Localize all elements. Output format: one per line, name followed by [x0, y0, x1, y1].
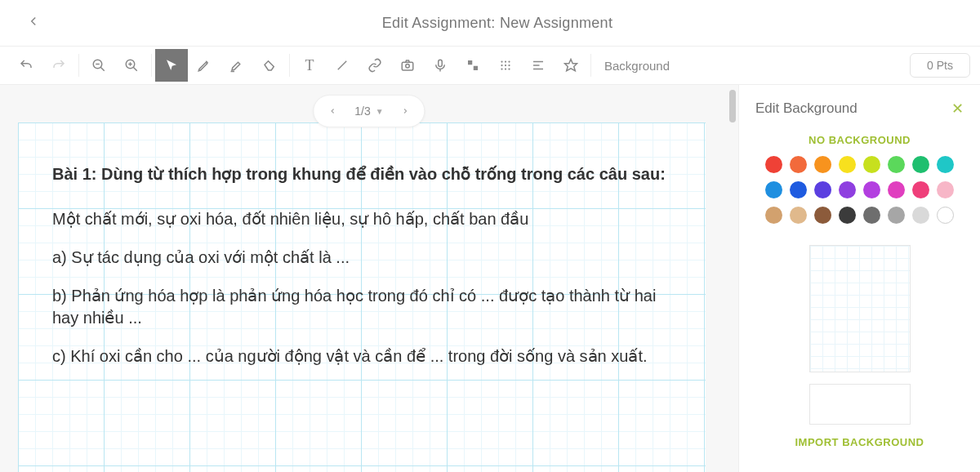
color-swatch[interactable]	[765, 207, 782, 224]
star-tool-button[interactable]	[555, 49, 587, 82]
pointer-tool-button[interactable]	[155, 49, 188, 82]
separator	[590, 54, 591, 77]
color-swatch[interactable]	[912, 156, 929, 173]
svg-marker-26	[565, 60, 577, 71]
page-title: Edit Assignment: New Assignment	[67, 15, 928, 32]
color-swatch[interactable]	[814, 181, 831, 198]
background-thumbnails	[755, 245, 964, 425]
pen-tool-button[interactable]	[188, 49, 220, 82]
color-swatch[interactable]	[912, 207, 929, 224]
scrollbar-thumb[interactable]	[729, 90, 736, 122]
color-swatch[interactable]	[790, 181, 807, 198]
pager-next-button[interactable]	[392, 105, 420, 118]
content-line: a) Sự tác dụng của oxi với một chất là .…	[52, 247, 671, 269]
mic-tool-button[interactable]	[424, 49, 457, 82]
points-display[interactable]: 0 Pts	[910, 53, 970, 78]
svg-rect-8	[402, 62, 413, 70]
sidebar-title: Edit Background	[755, 100, 858, 117]
content-heading: Bài 1: Dùng từ thích hợp trong khung để …	[52, 163, 671, 185]
close-sidebar-button[interactable]: ✕	[951, 100, 964, 118]
color-swatch[interactable]	[888, 181, 905, 198]
link-tool-button[interactable]	[359, 49, 391, 82]
svg-point-15	[505, 60, 506, 62]
content-line: Một chất mới, sự oxi hóa, đốt nhiên liệu…	[52, 208, 671, 230]
background-option-grid[interactable]	[809, 245, 911, 372]
grid-tool-button[interactable]	[489, 49, 522, 82]
background-option-plain[interactable]	[809, 384, 911, 425]
undo-button[interactable]	[10, 49, 42, 82]
svg-point-16	[508, 60, 510, 62]
color-swatch[interactable]	[765, 181, 782, 198]
text-tool-button[interactable]: T	[293, 49, 326, 82]
color-swatch[interactable]	[937, 156, 954, 173]
separator	[289, 54, 290, 77]
svg-point-9	[406, 65, 410, 69]
svg-point-18	[505, 65, 506, 66]
pager-prev-button[interactable]	[318, 105, 346, 118]
import-background-button[interactable]: IMPORT BACKGROUND	[739, 425, 980, 455]
svg-point-22	[508, 68, 510, 69]
separator	[151, 54, 152, 77]
color-swatch[interactable]	[937, 181, 954, 198]
highlighter-tool-button[interactable]	[220, 49, 253, 82]
shapes-tool-button[interactable]	[457, 49, 489, 82]
svg-point-20	[501, 68, 502, 69]
color-swatch[interactable]	[937, 207, 954, 224]
align-tool-button[interactable]	[522, 49, 555, 82]
sidebar: Edit Background ✕ NO BACKGROUND IMPORT B…	[738, 85, 980, 472]
color-swatch[interactable]	[863, 181, 880, 198]
color-swatch[interactable]	[888, 156, 905, 173]
color-swatch[interactable]	[839, 181, 856, 198]
svg-point-17	[501, 65, 502, 66]
color-swatch[interactable]	[765, 156, 782, 173]
zoom-in-button[interactable]	[115, 49, 148, 82]
zoom-out-button[interactable]	[82, 49, 115, 82]
color-swatch[interactable]	[839, 156, 856, 173]
content-line: c) Khí oxi cần cho ... của người động vậ…	[52, 345, 671, 367]
back-button[interactable]	[20, 11, 47, 36]
canvas-scrollbar[interactable]	[727, 85, 738, 472]
color-swatch[interactable]	[912, 181, 929, 198]
color-swatch[interactable]	[814, 156, 831, 173]
svg-rect-12	[468, 60, 472, 65]
pager-text: 1/3	[354, 105, 370, 118]
line-tool-button[interactable]	[326, 49, 359, 82]
color-swatches	[739, 156, 980, 237]
canvas[interactable]: Bài 1: Dùng từ thích hợp trong khung để …	[18, 122, 706, 472]
pager-label[interactable]: 1/3▼	[346, 105, 391, 118]
svg-rect-10	[439, 60, 443, 66]
svg-point-14	[501, 60, 502, 62]
redo-button[interactable]	[42, 49, 75, 82]
caret-down-icon: ▼	[376, 107, 384, 116]
color-swatch[interactable]	[814, 207, 831, 224]
color-swatch[interactable]	[863, 207, 880, 224]
content-line: b) Phản ứng hóa hợp là phản ứng hóa học …	[52, 285, 671, 329]
svg-line-1	[100, 67, 105, 71]
background-button[interactable]: Background	[595, 59, 679, 73]
canvas-area: 1/3▼ Bài 1: Dùng từ thích hợp trong khun…	[0, 85, 738, 472]
camera-tool-button[interactable]	[391, 49, 424, 82]
separator	[78, 54, 79, 77]
svg-line-4	[133, 67, 137, 71]
pager: 1/3▼	[313, 95, 425, 127]
toolbar: T Background 0 Pts	[0, 46, 980, 85]
svg-point-21	[505, 68, 506, 69]
no-background-button[interactable]: NO BACKGROUND	[739, 127, 980, 156]
color-swatch[interactable]	[790, 156, 807, 173]
svg-point-19	[508, 65, 510, 66]
color-swatch[interactable]	[863, 156, 880, 173]
color-swatch[interactable]	[839, 207, 856, 224]
svg-rect-13	[474, 66, 478, 70]
color-swatch[interactable]	[888, 207, 905, 224]
color-swatch[interactable]	[790, 207, 807, 224]
eraser-tool-button[interactable]	[253, 49, 286, 82]
svg-line-7	[338, 61, 347, 70]
